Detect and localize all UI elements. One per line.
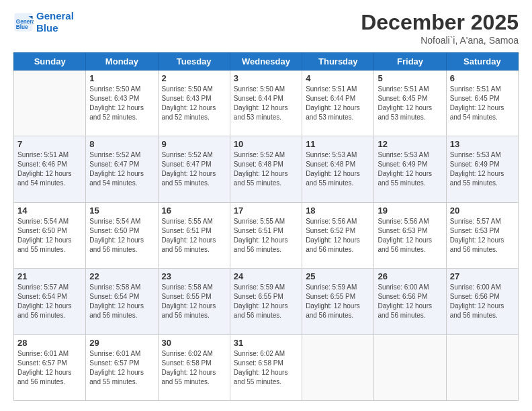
day-info: Sunrise: 5:51 AM Sunset: 6:44 PM Dayligh… [306,85,370,122]
title-section: December 2025 Nofoali`i, A'ana, Samoa [361,10,519,46]
day-number: 27 [450,271,515,281]
calendar-table: SundayMondayTuesdayWednesdayThursdayFrid… [13,52,519,401]
day-number: 9 [162,139,226,149]
day-info: Sunrise: 5:58 AM Sunset: 6:55 PM Dayligh… [162,283,226,320]
day-info: Sunrise: 5:50 AM Sunset: 6:43 PM Dayligh… [89,85,154,122]
day-number: 23 [162,271,226,281]
calendar-cell: 27Sunrise: 6:00 AM Sunset: 6:56 PM Dayli… [446,269,518,334]
calendar-cell: 30Sunrise: 6:02 AM Sunset: 6:58 PM Dayli… [158,334,230,400]
calendar-cell: 23Sunrise: 5:58 AM Sunset: 6:55 PM Dayli… [158,269,230,334]
day-number: 10 [234,139,298,149]
day-number: 13 [450,139,515,149]
day-number: 6 [450,73,515,83]
day-info: Sunrise: 6:01 AM Sunset: 6:57 PM Dayligh… [17,349,82,387]
day-info: Sunrise: 5:50 AM Sunset: 6:44 PM Dayligh… [234,85,298,122]
day-info: Sunrise: 5:52 AM Sunset: 6:47 PM Dayligh… [162,150,226,188]
calendar-week-2: 7Sunrise: 5:51 AM Sunset: 6:46 PM Daylig… [14,136,519,202]
day-info: Sunrise: 5:56 AM Sunset: 6:53 PM Dayligh… [378,217,442,255]
logo-text: General Blue [36,10,74,34]
calendar-cell: 17Sunrise: 5:55 AM Sunset: 6:51 PM Dayli… [230,202,302,268]
weekday-friday: Friday [374,53,446,71]
calendar-cell: 22Sunrise: 5:58 AM Sunset: 6:54 PM Dayli… [86,269,158,334]
calendar-week-1: 1Sunrise: 5:50 AM Sunset: 6:43 PM Daylig… [14,71,519,136]
day-info: Sunrise: 5:51 AM Sunset: 6:45 PM Dayligh… [378,85,442,122]
calendar-cell: 6Sunrise: 5:51 AM Sunset: 6:45 PM Daylig… [446,71,518,136]
weekday-sunday: Sunday [14,53,86,71]
calendar-cell: 10Sunrise: 5:52 AM Sunset: 6:48 PM Dayli… [230,136,302,202]
calendar-cell: 20Sunrise: 5:57 AM Sunset: 6:53 PM Dayli… [446,202,518,268]
day-number: 11 [306,139,370,149]
weekday-monday: Monday [86,53,158,71]
day-info: Sunrise: 6:00 AM Sunset: 6:56 PM Dayligh… [378,283,442,320]
day-info: Sunrise: 5:53 AM Sunset: 6:49 PM Dayligh… [450,150,515,188]
day-number: 17 [234,205,298,216]
day-number: 5 [378,73,442,83]
calendar-week-4: 21Sunrise: 5:57 AM Sunset: 6:54 PM Dayli… [14,269,519,334]
header: General Blue General Blue December 2025 … [13,10,519,46]
calendar-cell: 18Sunrise: 5:56 AM Sunset: 6:52 PM Dayli… [302,202,374,268]
day-number: 12 [378,139,442,149]
calendar-cell: 26Sunrise: 6:00 AM Sunset: 6:56 PM Dayli… [374,269,446,334]
day-info: Sunrise: 5:58 AM Sunset: 6:54 PM Dayligh… [89,283,154,320]
day-info: Sunrise: 5:57 AM Sunset: 6:53 PM Dayligh… [450,217,515,255]
day-info: Sunrise: 6:02 AM Sunset: 6:58 PM Dayligh… [162,349,226,387]
logo-blue: Blue [36,22,74,34]
day-number: 22 [89,271,154,281]
day-number: 30 [162,338,226,348]
day-number: 31 [234,338,298,348]
weekday-saturday: Saturday [446,53,518,71]
day-number: 19 [378,205,442,216]
calendar-cell: 25Sunrise: 5:59 AM Sunset: 6:55 PM Dayli… [302,269,374,334]
day-info: Sunrise: 5:54 AM Sunset: 6:50 PM Dayligh… [89,217,154,255]
calendar-week-3: 14Sunrise: 5:54 AM Sunset: 6:50 PM Dayli… [14,202,519,268]
weekday-header-row: SundayMondayTuesdayWednesdayThursdayFrid… [14,53,519,71]
day-number: 24 [234,271,298,281]
calendar-cell: 31Sunrise: 6:02 AM Sunset: 6:58 PM Dayli… [230,334,302,400]
day-number: 7 [17,139,82,149]
day-number: 1 [89,73,154,83]
weekday-wednesday: Wednesday [230,53,302,71]
day-number: 20 [450,205,515,216]
page: General Blue General Blue December 2025 … [0,0,532,411]
day-number: 15 [89,205,154,216]
calendar-body: 1Sunrise: 5:50 AM Sunset: 6:43 PM Daylig… [14,71,519,401]
calendar-cell: 8Sunrise: 5:52 AM Sunset: 6:47 PM Daylig… [86,136,158,202]
calendar-cell: 28Sunrise: 6:01 AM Sunset: 6:57 PM Dayli… [14,334,86,400]
calendar-cell: 9Sunrise: 5:52 AM Sunset: 6:47 PM Daylig… [158,136,230,202]
day-number: 28 [17,338,82,348]
day-number: 16 [162,205,226,216]
calendar-cell: 13Sunrise: 5:53 AM Sunset: 6:49 PM Dayli… [446,136,518,202]
calendar-cell: 29Sunrise: 6:01 AM Sunset: 6:57 PM Dayli… [86,334,158,400]
month-title: December 2025 [361,10,519,35]
day-info: Sunrise: 5:53 AM Sunset: 6:49 PM Dayligh… [378,150,442,188]
day-info: Sunrise: 5:59 AM Sunset: 6:55 PM Dayligh… [306,283,370,320]
day-number: 2 [162,73,226,83]
calendar-cell [302,334,374,400]
day-info: Sunrise: 5:51 AM Sunset: 6:46 PM Dayligh… [17,150,82,188]
calendar-cell [446,334,518,400]
calendar-cell: 1Sunrise: 5:50 AM Sunset: 6:43 PM Daylig… [86,71,158,136]
calendar-cell [374,334,446,400]
logo: General Blue General Blue [13,10,74,34]
day-number: 4 [306,73,370,83]
calendar-cell: 24Sunrise: 5:59 AM Sunset: 6:55 PM Dayli… [230,269,302,334]
day-number: 21 [17,271,82,281]
day-info: Sunrise: 5:59 AM Sunset: 6:55 PM Dayligh… [234,283,298,320]
calendar-cell: 2Sunrise: 5:50 AM Sunset: 6:43 PM Daylig… [158,71,230,136]
weekday-tuesday: Tuesday [158,53,230,71]
day-info: Sunrise: 5:51 AM Sunset: 6:45 PM Dayligh… [450,85,515,122]
day-info: Sunrise: 5:54 AM Sunset: 6:50 PM Dayligh… [17,217,82,255]
calendar-cell: 4Sunrise: 5:51 AM Sunset: 6:44 PM Daylig… [302,71,374,136]
day-number: 18 [306,205,370,216]
calendar-cell: 14Sunrise: 5:54 AM Sunset: 6:50 PM Dayli… [14,202,86,268]
calendar-cell: 16Sunrise: 5:55 AM Sunset: 6:51 PM Dayli… [158,202,230,268]
calendar-cell: 3Sunrise: 5:50 AM Sunset: 6:44 PM Daylig… [230,71,302,136]
logo-icon: General Blue [13,12,34,32]
day-info: Sunrise: 6:00 AM Sunset: 6:56 PM Dayligh… [450,283,515,320]
calendar-cell: 21Sunrise: 5:57 AM Sunset: 6:54 PM Dayli… [14,269,86,334]
day-number: 3 [234,73,298,83]
location: Nofoali`i, A'ana, Samoa [361,35,519,46]
day-info: Sunrise: 5:56 AM Sunset: 6:52 PM Dayligh… [306,217,370,255]
day-info: Sunrise: 5:53 AM Sunset: 6:48 PM Dayligh… [306,150,370,188]
weekday-thursday: Thursday [302,53,374,71]
